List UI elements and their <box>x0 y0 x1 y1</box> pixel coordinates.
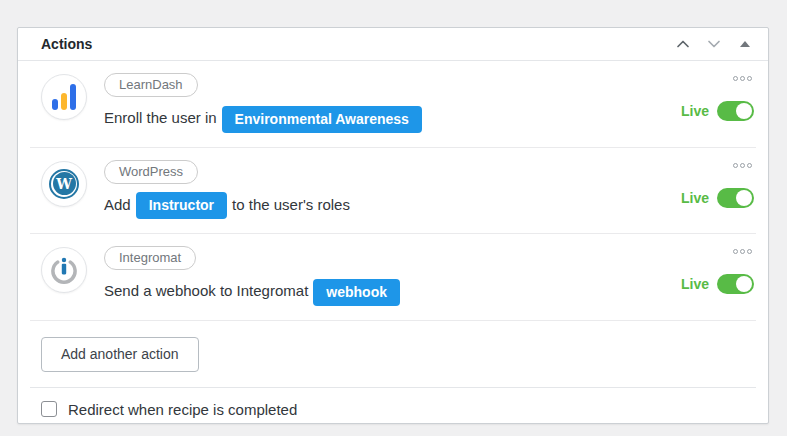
action-sentence: Send a webhook to Integromatwebhook <box>104 277 681 306</box>
panel-header: Actions <box>18 28 768 61</box>
sentence-prefix: Add <box>104 196 131 213</box>
integration-badge: WordPress <box>104 160 198 184</box>
wordpress-logo-icon: W <box>49 169 79 199</box>
live-status: Live <box>681 101 754 121</box>
live-toggle[interactable] <box>717 188 754 208</box>
triangle-up-icon <box>740 41 750 47</box>
redirect-checkbox-label: Redirect when recipe is completed <box>68 401 297 418</box>
bar-chart-icon <box>52 84 76 110</box>
action-controls: Live <box>681 71 754 133</box>
integration-badge: LearnDash <box>104 73 198 97</box>
action-content: LearnDash Enroll the user inEnvironmenta… <box>87 71 681 133</box>
power-i-icon <box>50 256 78 284</box>
action-sentence: Enroll the user inEnvironmental Awarenes… <box>104 104 681 133</box>
toggle-knob <box>736 190 752 206</box>
course-token-button[interactable]: Environmental Awareness <box>222 106 422 133</box>
add-another-action-button[interactable]: Add another action <box>41 337 199 372</box>
action-row-wordpress: W WordPress AddInstructorto the user's r… <box>18 148 768 234</box>
sentence-suffix: to the user's roles <box>232 196 350 213</box>
chevron-up-icon <box>675 36 691 52</box>
role-token-button[interactable]: Instructor <box>136 192 227 219</box>
row-options-menu-button[interactable] <box>731 246 754 257</box>
dot-icon <box>747 163 752 168</box>
action-row-integromat: Integromat Send a webhook to Integromatw… <box>18 234 768 320</box>
live-status: Live <box>681 274 754 294</box>
move-down-button[interactable] <box>705 35 723 53</box>
action-content: WordPress AddInstructorto the user's rol… <box>87 158 681 220</box>
live-toggle[interactable] <box>717 274 754 294</box>
learndash-icon <box>41 74 87 120</box>
wordpress-icon: W <box>41 161 87 207</box>
sentence-prefix: Send a webhook to Integromat <box>104 282 308 299</box>
live-status: Live <box>681 188 754 208</box>
dot-icon <box>740 249 745 254</box>
dot-icon <box>733 249 738 254</box>
toggle-knob <box>736 276 752 292</box>
webhook-token-button[interactable]: webhook <box>313 279 400 306</box>
collapse-panel-button[interactable] <box>736 35 754 53</box>
wp-admin-page: { "panel": { "title": "Actions" }, "acti… <box>0 0 787 436</box>
dot-icon <box>747 249 752 254</box>
dot-icon <box>733 76 738 81</box>
actions-panel: Actions LearnDash Enroll the user inEnvi… <box>17 27 769 424</box>
dot-icon <box>740 163 745 168</box>
row-options-menu-button[interactable] <box>731 73 754 84</box>
action-content: Integromat Send a webhook to Integromatw… <box>87 244 681 306</box>
live-status-label: Live <box>681 190 709 206</box>
row-options-menu-button[interactable] <box>731 160 754 171</box>
action-controls: Live <box>681 158 754 220</box>
panel-footer: Redirect when recipe is completed <box>18 388 768 431</box>
add-action-area: Add another action <box>18 321 768 387</box>
sentence-prefix: Enroll the user in <box>104 109 217 126</box>
redirect-checkbox[interactable] <box>41 401 57 417</box>
live-status-label: Live <box>681 276 709 292</box>
dot-icon <box>740 76 745 81</box>
move-up-button[interactable] <box>674 35 692 53</box>
integromat-icon <box>41 247 87 293</box>
actions-list: LearnDash Enroll the user inEnvironmenta… <box>18 61 768 387</box>
dot-icon <box>747 76 752 81</box>
toggle-knob <box>736 103 752 119</box>
action-sentence: AddInstructorto the user's roles <box>104 191 681 220</box>
panel-header-controls <box>674 35 754 53</box>
dot-icon <box>733 163 738 168</box>
live-status-label: Live <box>681 103 709 119</box>
chevron-down-icon <box>706 36 722 52</box>
action-controls: Live <box>681 244 754 306</box>
action-row-learndash: LearnDash Enroll the user inEnvironmenta… <box>18 61 768 147</box>
panel-title: Actions <box>41 36 92 52</box>
integration-badge: Integromat <box>104 246 196 270</box>
live-toggle[interactable] <box>717 101 754 121</box>
